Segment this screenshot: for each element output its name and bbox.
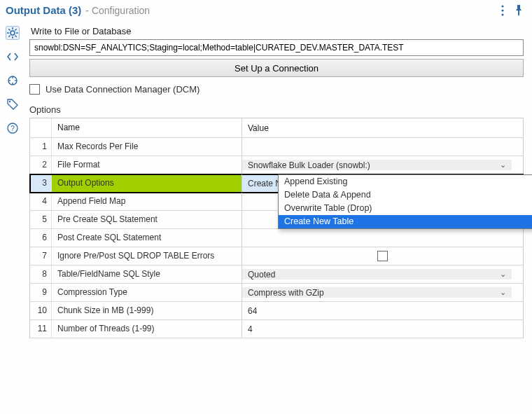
dropdown-item[interactable]: Overwrite Table (Drop) — [279, 202, 532, 215]
titlebar-actions — [501, 5, 524, 16]
svg-line-9 — [15, 36, 17, 37]
row-value[interactable] — [241, 138, 523, 156]
chevron-down-icon[interactable]: ⌄ — [500, 288, 506, 297]
row-number: 6 — [30, 229, 51, 247]
value-select[interactable]: Compress with GZip⌄ — [242, 287, 512, 298]
value-select[interactable]: Quoted⌄ — [242, 269, 512, 280]
table-row[interactable]: 11Number of Threads (1-99)4 — [30, 320, 523, 338]
svg-line-8 — [8, 29, 10, 30]
table-row[interactable]: 7Ignore Pre/Post SQL DROP TABLE Errors — [30, 247, 523, 265]
svg-line-11 — [15, 29, 17, 30]
row-name: Number of Threads (1-99) — [51, 320, 241, 338]
dropdown-item[interactable]: Delete Data & Append — [279, 188, 532, 202]
row-number: 2 — [30, 156, 51, 174]
value-select-text: Compress with GZip — [248, 288, 324, 298]
col-value: Value — [241, 118, 523, 137]
row-number: 5 — [30, 211, 51, 228]
row-number: 11 — [30, 320, 51, 338]
row-number: 10 — [30, 302, 51, 319]
config-panel: Write to File or Database Set Up a Conne… — [25, 22, 532, 412]
panel-title: Output Data (3) — [6, 4, 81, 16]
row-name: Table/FieldName SQL Style — [51, 265, 241, 283]
svg-point-2 — [501, 13, 503, 15]
help-icon[interactable]: ? — [6, 121, 20, 135]
row-value[interactable] — [241, 247, 523, 265]
svg-point-3 — [10, 31, 15, 35]
row-value[interactable]: Quoted⌄ — [241, 265, 523, 283]
row-number: 1 — [30, 138, 51, 156]
row-value[interactable]: 4 — [241, 320, 523, 338]
table-row[interactable]: 1Max Records Per File — [30, 138, 523, 156]
value-select[interactable]: Snowflake Bulk Loader (snowbl:)⌄ — [242, 160, 512, 170]
panel-subtitle: - Configuration — [85, 5, 150, 16]
value-select-text: Quoted — [248, 270, 275, 280]
svg-line-10 — [8, 36, 10, 37]
svg-point-1 — [501, 9, 503, 11]
row-number: 4 — [30, 193, 51, 210]
row-value[interactable]: Snowflake Bulk Loader (snowbl:)⌄ — [241, 156, 523, 174]
row-number: 8 — [30, 265, 51, 283]
row-name: Output Options — [51, 174, 241, 192]
options-grid: Name Value 1Max Records Per File2File Fo… — [29, 118, 524, 338]
tag-icon[interactable] — [6, 97, 20, 111]
dcm-checkbox[interactable] — [29, 84, 40, 95]
dcm-row[interactable]: Use Data Connection Manager (DCM) — [29, 84, 524, 95]
row-value[interactable]: Compress with GZip⌄ — [241, 284, 523, 301]
table-row[interactable]: 2File FormatSnowflake Bulk Loader (snowb… — [30, 156, 523, 174]
dropdown-item[interactable]: Create New Table — [279, 215, 532, 228]
svg-point-0 — [501, 5, 503, 7]
row-number: 9 — [30, 284, 51, 301]
row-number: 7 — [30, 247, 51, 265]
row-name: Compression Type — [51, 284, 241, 301]
titlebar: Output Data (3) - Configuration — [0, 0, 532, 22]
row-name: Pre Create SQL Statement — [51, 211, 241, 228]
side-tab-strip: ? — [0, 22, 25, 412]
target-icon[interactable] — [6, 74, 20, 88]
gear-icon[interactable] — [6, 26, 20, 40]
table-row[interactable]: 8Table/FieldName SQL StyleQuoted⌄ — [30, 265, 523, 284]
titlebar-left: Output Data (3) - Configuration — [6, 4, 150, 16]
row-name: Ignore Pre/Post SQL DROP TABLE Errors — [51, 247, 241, 265]
value-select-text: Snowflake Bulk Loader (snowbl:) — [248, 160, 370, 170]
row-name: File Format — [51, 156, 241, 174]
chevron-down-icon[interactable]: ⌄ — [500, 160, 506, 170]
table-row[interactable]: 10Chunk Size in MB (1-999)64 — [30, 302, 523, 320]
dcm-label: Use Data Connection Manager (DCM) — [46, 84, 200, 95]
table-row[interactable]: 9Compression TypeCompress with GZip⌄ — [30, 284, 523, 302]
row-name: Max Records Per File — [51, 138, 241, 156]
code-icon[interactable] — [6, 50, 20, 64]
options-header-row: Name Value — [30, 118, 523, 138]
row-name: Post Create SQL Statement — [51, 229, 241, 247]
row-value[interactable]: 64 — [241, 302, 523, 319]
value-checkbox[interactable] — [377, 251, 388, 261]
row-value[interactable] — [241, 229, 523, 247]
pin-icon[interactable] — [514, 5, 524, 16]
kebab-menu-icon[interactable] — [501, 5, 504, 16]
svg-point-17 — [9, 101, 10, 102]
row-number: 3 — [30, 174, 51, 192]
setup-connection-button[interactable]: Set Up a Connection — [29, 59, 524, 77]
connection-input[interactable] — [29, 39, 524, 56]
dropdown-item[interactable]: Append Existing — [279, 175, 532, 188]
chevron-down-icon[interactable]: ⌄ — [500, 270, 506, 279]
col-name: Name — [51, 118, 241, 137]
table-row[interactable]: 6Post Create SQL Statement — [30, 229, 523, 247]
row-name: Chunk Size in MB (1-999) — [51, 302, 241, 319]
col-num — [30, 118, 51, 137]
row-name: Append Field Map — [51, 193, 241, 210]
output-options-dropdown[interactable]: Append ExistingDelete Data & AppendOverw… — [278, 174, 532, 229]
svg-text:?: ? — [10, 125, 15, 132]
write-to-label: Write to File or Database — [31, 26, 524, 36]
options-heading: Options — [29, 104, 524, 115]
